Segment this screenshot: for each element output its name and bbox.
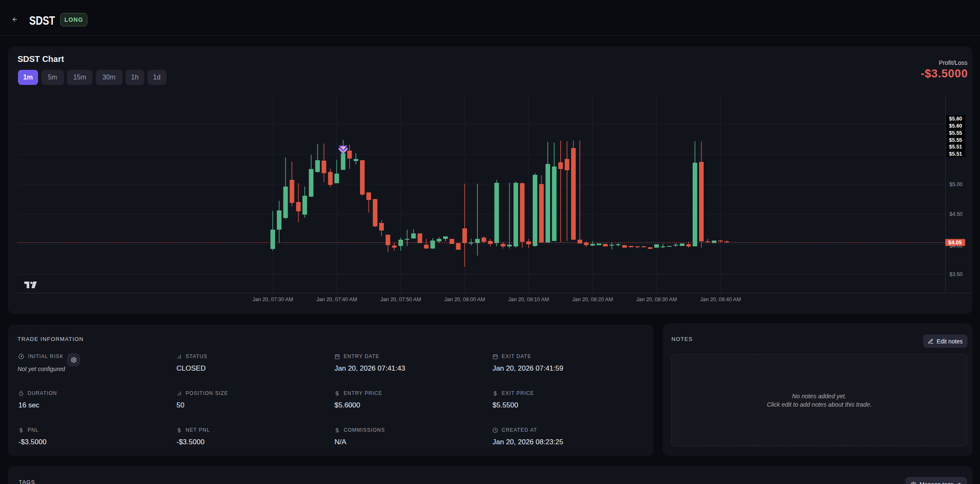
svg-text:Jan 20, 08:00 AM: Jan 20, 08:00 AM (444, 297, 485, 302)
svg-text:Jan 20, 07:40 AM: Jan 20, 07:40 AM (316, 297, 357, 302)
svg-text:Jan 20, 08:30 AM: Jan 20, 08:30 AM (636, 297, 677, 302)
svg-text:$5.55: $5.55 (949, 137, 962, 143)
svg-text:$5.55: $5.55 (949, 130, 962, 136)
svg-text:Jan 20, 08:20 AM: Jan 20, 08:20 AM (572, 297, 613, 302)
svg-text:$4.50: $4.50 (949, 211, 962, 217)
svg-text:$5.51: $5.51 (949, 144, 962, 150)
svg-text:$5.60: $5.60 (949, 116, 962, 122)
svg-text:Jan 20, 08:10 AM: Jan 20, 08:10 AM (508, 297, 549, 302)
svg-text:$5.51: $5.51 (949, 151, 962, 157)
svg-text:Jan 20, 07:30 AM: Jan 20, 07:30 AM (253, 297, 293, 302)
svg-text:$3.50: $3.50 (949, 271, 962, 277)
svg-text:Jan 20, 08:40 AM: Jan 20, 08:40 AM (700, 297, 741, 302)
svg-text:$5.00: $5.00 (949, 182, 962, 187)
svg-text:Jan 20, 07:50 AM: Jan 20, 07:50 AM (380, 297, 421, 302)
svg-text:$5.60: $5.60 (949, 123, 962, 129)
svg-text:$4.05: $4.05 (948, 239, 962, 246)
